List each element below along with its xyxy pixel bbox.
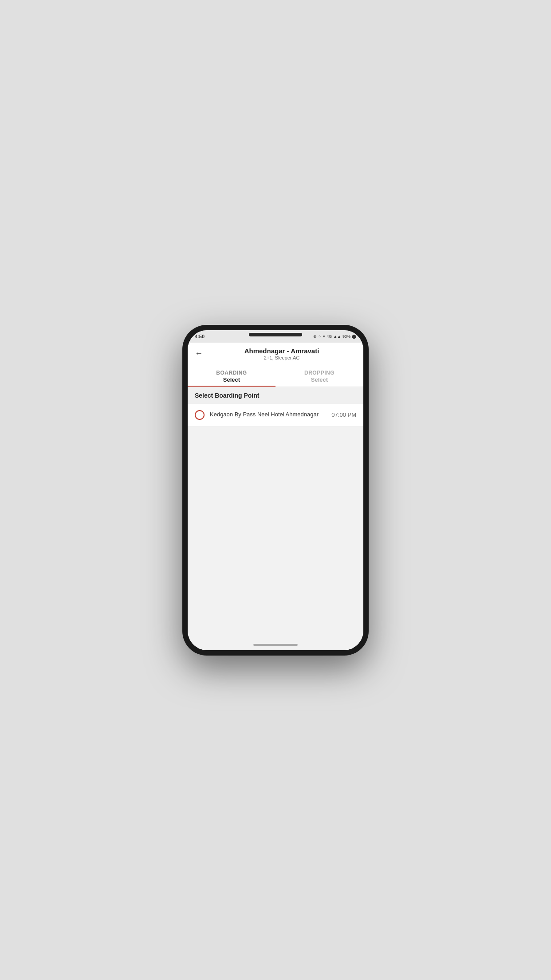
boarding-list: Kedgaon By Pass Neel Hotel Ahmednagar 07… <box>188 404 363 427</box>
page-subtitle: 2+1, Sleeper,AC <box>207 355 356 360</box>
tab-dropping-label: DROPPING <box>276 370 363 376</box>
status-time: 4:50 <box>195 334 205 339</box>
section-title: Select Boarding Point <box>195 392 259 399</box>
sim1-icon: 4G <box>327 334 332 339</box>
tab-bar: BOARDING Select DROPPING Select <box>188 365 363 387</box>
tab-dropping-value: Select <box>276 376 363 383</box>
page-title: Ahmednagar - Amravati <box>207 347 356 355</box>
battery-text: 93% <box>342 334 350 339</box>
content-area <box>188 427 363 640</box>
boarding-point-time: 07:00 PM <box>331 411 356 418</box>
section-title-bar: Select Boarding Point <box>188 387 363 404</box>
radio-button-icon[interactable] <box>195 410 205 420</box>
back-button[interactable]: ← <box>195 349 207 358</box>
status-icons: ⊕ ⁘ ▾ 4G ▲▲ 93% ⬤ <box>313 334 356 339</box>
nfc-icon: ⁘ <box>318 334 322 339</box>
home-bar <box>253 644 298 646</box>
home-indicator <box>188 640 363 650</box>
bluetooth-icon: ⊕ <box>313 334 317 339</box>
phone-screen: 4:50 ⊕ ⁘ ▾ 4G ▲▲ 93% ⬤ ← Ahmednagar - Am… <box>188 330 363 650</box>
tab-dropping[interactable]: DROPPING Select <box>276 365 363 387</box>
header: ← Ahmednagar - Amravati 2+1, Sleeper,AC <box>188 343 363 365</box>
battery-icon: ⬤ <box>352 334 356 339</box>
header-title-block: Ahmednagar - Amravati 2+1, Sleeper,AC <box>207 347 356 360</box>
phone-shell: 4:50 ⊕ ⁘ ▾ 4G ▲▲ 93% ⬤ ← Ahmednagar - Am… <box>182 325 369 656</box>
boarding-item[interactable]: Kedgaon By Pass Neel Hotel Ahmednagar 07… <box>188 404 363 427</box>
boarding-point-name: Kedgaon By Pass Neel Hotel Ahmednagar <box>210 411 328 419</box>
signal-icon: ▲▲ <box>333 334 341 339</box>
tab-boarding-label: BOARDING <box>188 370 276 376</box>
status-bar: 4:50 ⊕ ⁘ ▾ 4G ▲▲ 93% ⬤ <box>188 330 363 343</box>
tab-boarding-value: Select <box>188 376 276 383</box>
tab-boarding[interactable]: BOARDING Select <box>188 365 276 387</box>
wifi-icon: ▾ <box>323 334 325 339</box>
